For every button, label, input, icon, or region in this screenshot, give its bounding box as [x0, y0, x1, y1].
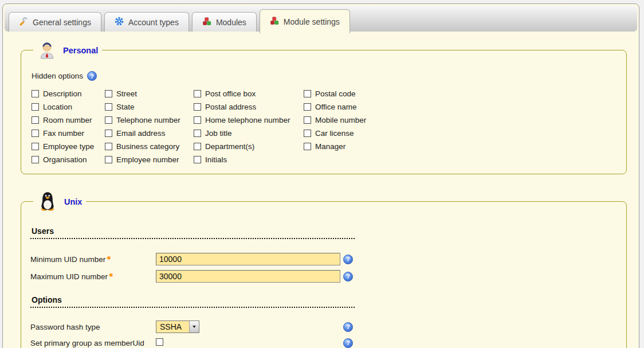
- max-uid-input[interactable]: [156, 270, 340, 283]
- hidden-option: Initials: [194, 155, 304, 165]
- select-dropdown-button[interactable]: [189, 321, 199, 333]
- checkbox[interactable]: [304, 130, 311, 137]
- checkbox-label: Location: [43, 103, 72, 111]
- module-settings-panel: Personal Hidden options ? Description St…: [5, 32, 637, 348]
- unix-legend-label: Unix: [64, 197, 82, 206]
- tab-label: Module settings: [284, 17, 340, 26]
- users-form: Minimum UID number✱ ? Maximum UID number…: [30, 253, 617, 283]
- checkbox-label: Email address: [116, 129, 166, 138]
- password-hash-select[interactable]: SSHA: [156, 320, 199, 333]
- config-window: General settings Account types Modul: [2, 3, 639, 348]
- checkbox-label: Fax number: [43, 129, 84, 138]
- checkbox[interactable]: [194, 130, 201, 137]
- checkbox[interactable]: [32, 103, 39, 111]
- checkbox[interactable]: [105, 103, 112, 111]
- checkbox[interactable]: [194, 103, 201, 111]
- checkbox[interactable]: [105, 116, 112, 124]
- member-uid-checkbox[interactable]: [156, 338, 163, 346]
- checkbox-label: Home telephone number: [205, 116, 290, 124]
- checkbox[interactable]: [194, 116, 201, 124]
- wrench-icon: [19, 17, 28, 28]
- hidden-option: Employee number: [105, 155, 194, 165]
- modules-icon: [270, 16, 279, 27]
- checkbox-label: Postal code: [315, 89, 356, 98]
- tab-label: General settings: [33, 18, 91, 27]
- hidden-option: Fax number: [32, 128, 105, 138]
- unix-section: Unix Users Minimum UID number✱ ? Maximum…: [21, 190, 627, 348]
- help-icon[interactable]: ?: [343, 255, 353, 264]
- checkbox-label: Car license: [315, 129, 354, 138]
- checkbox-label: Employee type: [43, 142, 94, 151]
- options-form: Password hash type SSHA ? Set primary gr…: [30, 320, 617, 348]
- checkbox[interactable]: [105, 143, 112, 150]
- checkbox[interactable]: [32, 156, 39, 163]
- checkbox-label: Organisation: [43, 155, 87, 164]
- checkbox[interactable]: [194, 143, 201, 150]
- hidden-option: Job title: [194, 128, 304, 138]
- checkbox-label: Telephone number: [116, 116, 180, 124]
- checkbox[interactable]: [32, 130, 39, 137]
- tab-module-settings[interactable]: Module settings: [260, 9, 350, 33]
- hidden-option: Home telephone number: [194, 115, 304, 125]
- help-icon[interactable]: ?: [87, 71, 97, 81]
- help-icon[interactable]: ?: [343, 272, 353, 281]
- hidden-option: Street: [105, 89, 194, 99]
- min-uid-label: Minimum UID number✱: [30, 255, 156, 264]
- min-uid-input[interactable]: [156, 253, 340, 265]
- checkbox-label: Description: [43, 89, 82, 98]
- checkbox-label: Job title: [205, 129, 232, 138]
- hidden-option: Postal code: [304, 89, 617, 99]
- modules-icon: [202, 17, 211, 28]
- checkbox[interactable]: [105, 156, 112, 163]
- person-icon: [37, 40, 57, 61]
- tux-penguin-icon: [37, 190, 58, 213]
- tab-label: Account types: [128, 18, 179, 27]
- checkbox[interactable]: [32, 90, 39, 97]
- required-marker: ✱: [109, 272, 113, 278]
- checkbox-label: Postal address: [205, 103, 256, 111]
- checkbox[interactable]: [105, 90, 112, 97]
- personal-section: Personal Hidden options ? Description St…: [21, 40, 627, 174]
- hidden-options-grid: Description Street Post office box Posta…: [32, 89, 617, 165]
- hidden-option: Post office box: [194, 89, 304, 99]
- checkbox[interactable]: [105, 130, 112, 137]
- checkbox-label: Street: [116, 89, 137, 98]
- checkbox-label: Business category: [116, 142, 179, 151]
- member-uid-label: Set primary group as memberUid: [30, 339, 156, 347]
- hidden-option: State: [105, 102, 194, 112]
- checkbox[interactable]: [32, 143, 39, 150]
- checkbox[interactable]: [304, 116, 311, 124]
- hidden-option: Employee type: [32, 142, 105, 151]
- checkbox-label: Post office box: [205, 89, 256, 98]
- gear-icon: [115, 17, 124, 28]
- tab-bar: General settings Account types Modul: [5, 6, 637, 32]
- checkbox-label: Manager: [315, 142, 345, 151]
- password-hash-label: Password hash type: [30, 323, 156, 331]
- checkbox[interactable]: [304, 90, 311, 97]
- hidden-option: Business category: [105, 142, 194, 151]
- tab-modules[interactable]: Modules: [192, 12, 257, 32]
- unix-legend: Unix: [33, 190, 86, 213]
- hidden-option: Postal address: [194, 102, 304, 112]
- checkbox[interactable]: [304, 143, 311, 150]
- checkbox[interactable]: [194, 156, 201, 163]
- hidden-option: Location: [32, 102, 105, 112]
- hidden-option: Description: [32, 89, 105, 99]
- help-icon[interactable]: ?: [343, 322, 353, 332]
- checkbox-label: State: [116, 103, 135, 111]
- help-icon[interactable]: ?: [343, 338, 353, 348]
- checkbox[interactable]: [32, 116, 39, 124]
- hidden-option: Email address: [105, 128, 194, 138]
- checkbox[interactable]: [304, 103, 311, 111]
- hidden-option: Office name: [304, 102, 617, 112]
- checkbox-label: Department(s): [205, 142, 254, 151]
- chevron-down-icon: [193, 326, 196, 328]
- checkbox[interactable]: [194, 90, 201, 97]
- tab-general-settings[interactable]: General settings: [9, 12, 101, 32]
- checkbox-label: Office name: [315, 103, 357, 111]
- hidden-option: Organisation: [32, 155, 105, 165]
- checkbox-label: Employee number: [116, 155, 179, 164]
- checkbox-label: Initials: [205, 155, 227, 164]
- options-section-header: Options: [30, 295, 355, 308]
- tab-account-types[interactable]: Account types: [104, 12, 189, 32]
